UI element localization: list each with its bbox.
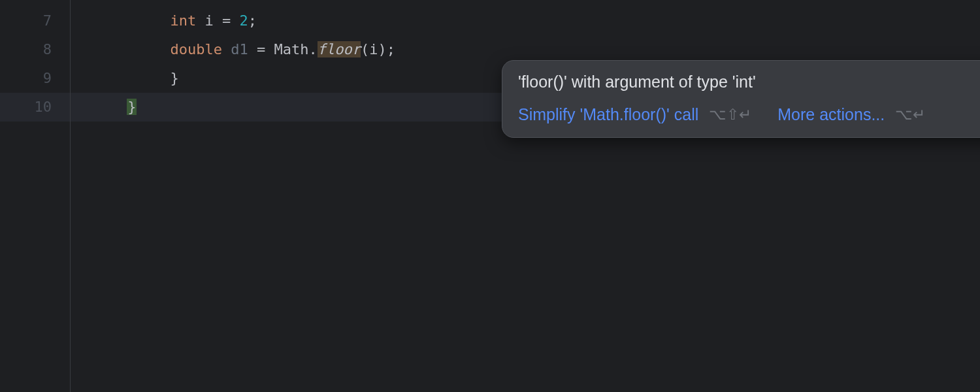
line-gutter: 7 8 9 10: [0, 0, 71, 392]
more-actions[interactable]: More actions... ⌥↵: [777, 105, 925, 124]
simplify-link[interactable]: Simplify 'Math.floor()' call: [518, 105, 698, 124]
keyword: int: [170, 12, 196, 29]
line-number[interactable]: 7: [0, 7, 70, 35]
argument: i: [369, 41, 378, 57]
code-area[interactable]: int i = 2; double d1 = Math.floor(i); } …: [84, 0, 980, 392]
inspection-popup[interactable]: 'floor()' with argument of type 'int' Si…: [502, 60, 980, 138]
brace: }: [170, 70, 178, 86]
more-actions-link[interactable]: More actions...: [777, 105, 885, 124]
brace-matched: }: [127, 99, 137, 115]
variable: i: [204, 12, 213, 29]
shortcut-hint: ⌥↵: [895, 106, 925, 123]
popup-actions: Simplify 'Math.floor()' call ⌥⇧↵ More ac…: [518, 105, 980, 124]
line-number[interactable]: 8: [0, 35, 70, 64]
method-call-warning[interactable]: floor: [318, 41, 361, 57]
number-literal: 2: [239, 12, 248, 29]
popup-header: 'floor()' with argument of type 'int': [518, 71, 980, 92]
keyword: double: [170, 41, 221, 57]
line-number[interactable]: 10: [0, 93, 70, 122]
class-name: Math: [274, 41, 308, 57]
line-number[interactable]: 9: [0, 64, 70, 93]
gutter-strip: [71, 0, 84, 392]
code-line[interactable]: int i = 2;: [84, 7, 980, 35]
simplify-action[interactable]: Simplify 'Math.floor()' call ⌥⇧↵: [518, 105, 751, 124]
variable: d1: [231, 41, 248, 57]
popup-title: 'floor()' with argument of type 'int': [518, 73, 756, 91]
shortcut-hint: ⌥⇧↵: [709, 106, 751, 123]
code-editor[interactable]: 7 8 9 10 int i = 2; double d1 = Math.flo…: [0, 0, 980, 392]
